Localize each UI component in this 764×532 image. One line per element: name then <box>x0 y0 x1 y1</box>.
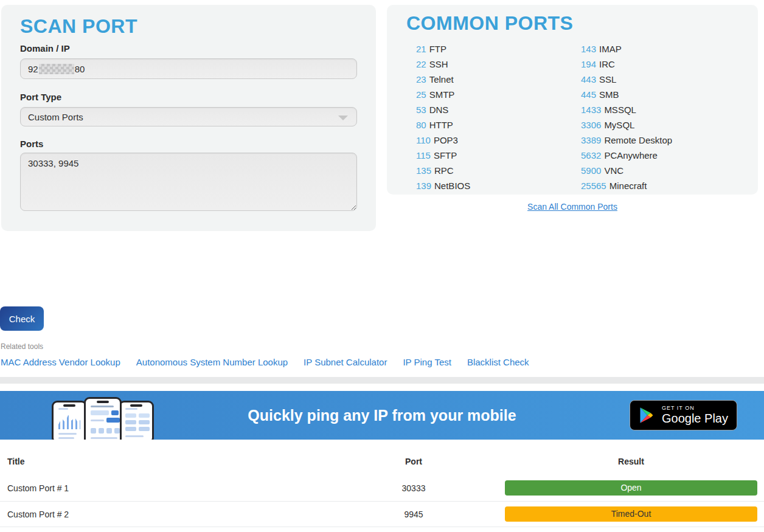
port-number-link[interactable]: 139 <box>416 181 431 191</box>
check-button[interactable]: Check <box>0 306 44 331</box>
port-name: IMAP <box>599 44 622 54</box>
port-item[interactable]: 53DNS <box>416 102 470 117</box>
header-title: Title <box>0 457 341 466</box>
port-item[interactable]: 3389Remote Desktop <box>581 133 672 148</box>
port-number-link[interactable]: 110 <box>416 135 431 145</box>
port-number-link[interactable]: 1433 <box>581 105 601 115</box>
port-item[interactable]: 445SMB <box>581 87 672 102</box>
phone-right <box>119 401 154 440</box>
table-row: Custom Port # 2 9945 Timed-Out <box>0 501 764 527</box>
port-name: VNC <box>604 165 623 176</box>
domain-ip-value-suffix: 80 <box>75 64 85 74</box>
port-item[interactable]: 110POP3 <box>416 133 470 148</box>
port-item[interactable]: 23Telnet <box>416 72 470 87</box>
port-number-link[interactable]: 25565 <box>581 181 606 191</box>
port-number-link[interactable]: 443 <box>581 74 596 85</box>
port-item[interactable]: 135RPC <box>416 163 470 178</box>
port-item[interactable]: 80HTTP <box>416 117 470 133</box>
link-ip-subnet-calculator[interactable]: IP Subnet Calculator <box>304 357 387 367</box>
port-type-label: Port Type <box>20 92 61 102</box>
related-tools-links: MAC Address Vendor Lookup Autonomous Sys… <box>1 357 529 367</box>
link-blacklist-check[interactable]: Blacklist Check <box>467 357 529 367</box>
port-name: IRC <box>599 59 615 69</box>
port-number-link[interactable]: 22 <box>416 59 426 69</box>
port-number-link[interactable]: 23 <box>416 74 426 85</box>
port-number-link[interactable]: 3389 <box>581 135 601 145</box>
port-number-link[interactable]: 194 <box>581 59 596 69</box>
port-name: Minecraft <box>609 181 647 191</box>
row-title: Custom Port # 2 <box>0 510 341 519</box>
port-number-link[interactable]: 143 <box>581 44 596 54</box>
port-number-link[interactable]: 3306 <box>581 120 601 130</box>
port-name: SSL <box>599 74 616 85</box>
page: SCAN PORT Domain / IP 92 80 Port Type Cu… <box>0 0 764 532</box>
port-number-link[interactable]: 115 <box>416 150 431 161</box>
chevron-down-icon <box>338 116 348 120</box>
google-play-badge[interactable]: GET IT ON Google Play <box>630 400 737 430</box>
results-table: Title Port Result Custom Port # 1 30333 … <box>0 448 764 527</box>
badge-small-text: GET IT ON <box>662 406 728 412</box>
port-name: HTTP <box>429 120 453 130</box>
domain-ip-label: Domain / IP <box>20 43 70 54</box>
port-item[interactable]: 25565Minecraft <box>581 178 672 193</box>
common-ports-panel: COMMON PORTS 21FTP 22SSH 23Telnet 25SMTP… <box>387 5 758 195</box>
port-number-link[interactable]: 80 <box>416 120 426 130</box>
port-number-link[interactable]: 5632 <box>581 150 601 161</box>
port-item[interactable]: 115SFTP <box>416 148 470 163</box>
ports-textarea[interactable]: 30333, 9945 <box>20 153 357 211</box>
port-type-select[interactable]: Custom Ports <box>20 107 357 126</box>
port-item[interactable]: 21FTP <box>416 41 470 57</box>
port-name: SSH <box>429 59 448 69</box>
port-number-link[interactable]: 53 <box>416 105 426 115</box>
port-name: SMTP <box>429 89 455 100</box>
port-name: DNS <box>429 105 449 115</box>
port-name: Telnet <box>429 74 454 85</box>
phone-center <box>84 397 122 440</box>
link-mac-address-vendor-lookup[interactable]: MAC Address Vendor Lookup <box>1 357 120 367</box>
port-number-link[interactable]: 5900 <box>581 165 601 176</box>
port-item[interactable]: 139NetBIOS <box>416 178 470 193</box>
port-item[interactable]: 5900VNC <box>581 163 672 178</box>
port-name: Remote Desktop <box>604 135 672 145</box>
common-ports-title: COMMON PORTS <box>406 12 573 35</box>
scan-port-panel: SCAN PORT Domain / IP 92 80 Port Type Cu… <box>1 5 376 231</box>
port-name: NetBIOS <box>434 181 470 191</box>
port-number-link[interactable]: 135 <box>416 165 431 176</box>
port-item[interactable]: 3306MySQL <box>581 117 672 133</box>
ports-label: Ports <box>20 139 43 149</box>
google-play-icon <box>638 407 655 424</box>
port-name: MySQL <box>604 120 634 130</box>
status-badge-timed-out: Timed-Out <box>505 506 757 522</box>
phones-illustration <box>52 397 155 440</box>
port-name: SFTP <box>434 150 457 161</box>
port-type-value: Custom Ports <box>28 112 83 122</box>
port-item[interactable]: 194IRC <box>581 57 672 72</box>
port-name: SMB <box>599 89 619 100</box>
port-number-link[interactable]: 21 <box>416 44 426 54</box>
scan-all-common-ports-link[interactable]: Scan All Common Ports <box>527 202 617 212</box>
related-tools-label: Related tools <box>1 342 43 351</box>
common-ports-column-2: 143IMAP 194IRC 443SSL 445SMB 1433MSSQL 3… <box>581 41 672 193</box>
link-ip-ping-test[interactable]: IP Ping Test <box>403 357 451 367</box>
port-item[interactable]: 1433MSSQL <box>581 102 672 117</box>
domain-ip-input[interactable]: 92 80 <box>20 58 357 79</box>
google-play-badge-text: GET IT ON Google Play <box>662 406 728 425</box>
port-item[interactable]: 22SSH <box>416 57 470 72</box>
link-asn-lookup[interactable]: Autonomous System Number Lookup <box>136 357 288 367</box>
port-name: POP3 <box>434 135 458 145</box>
port-item[interactable]: 443SSL <box>581 72 672 87</box>
port-item[interactable]: 143IMAP <box>581 41 672 57</box>
results-header-row: Title Port Result <box>0 448 764 475</box>
port-item[interactable]: 5632PCAnywhere <box>581 148 672 163</box>
port-item[interactable]: 25SMTP <box>416 87 470 102</box>
phone-left <box>52 401 87 440</box>
port-number-link[interactable]: 25 <box>416 89 426 100</box>
port-name: PCAnywhere <box>604 150 658 161</box>
redacted-ip-segment <box>39 64 74 74</box>
domain-ip-value-prefix: 92 <box>28 64 38 74</box>
port-number-link[interactable]: 445 <box>581 89 596 100</box>
port-name: RPC <box>434 165 454 176</box>
header-port: Port <box>341 457 487 466</box>
row-title: Custom Port # 1 <box>0 483 341 493</box>
scan-port-title: SCAN PORT <box>20 15 137 38</box>
